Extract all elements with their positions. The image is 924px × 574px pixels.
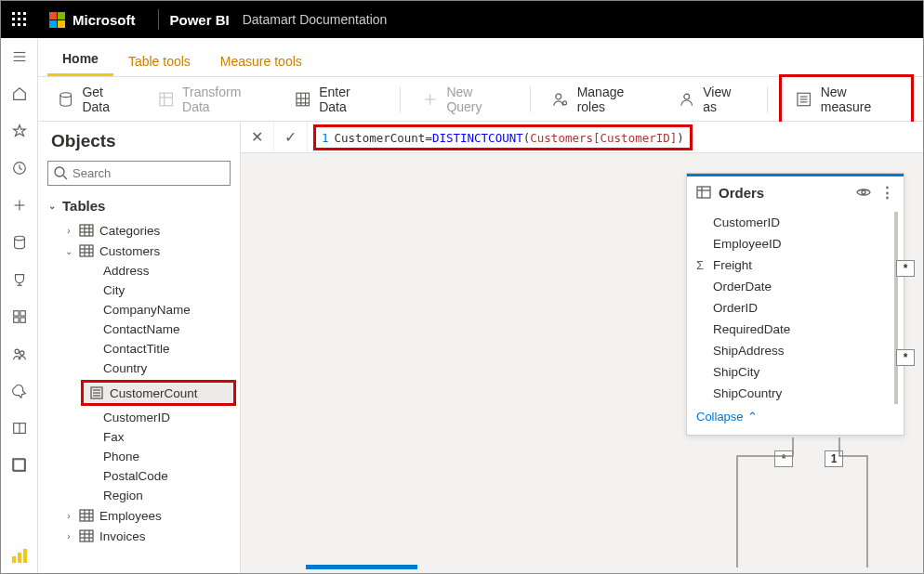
orders-table-card[interactable]: Orders ⋮ CustomerID EmployeeID Freight O… [686,173,904,436]
orders-card-header[interactable]: Orders ⋮ [687,174,904,208]
svg-rect-5 [23,18,26,20]
table-customers[interactable]: ⌄Customers [47,241,240,261]
enter-data-button[interactable]: Enter Data [284,79,389,120]
chevron-down-icon: ⌄ [64,246,73,256]
field-orderid[interactable]: OrderID [687,297,892,319]
nav-powerbi-icon[interactable] [1,537,38,574]
tab-home[interactable]: Home [47,42,113,76]
svg-rect-27 [12,459,24,471]
table-categories[interactable]: ›Categories [47,220,240,241]
measure-customercount[interactable]: CustomerCount [84,383,233,403]
svg-rect-20 [13,318,18,322]
nav-home-icon[interactable] [1,75,38,112]
relationship-handle-star-3[interactable]: * [774,450,793,467]
nav-goals-icon[interactable] [1,261,38,298]
col-fax[interactable]: Fax [47,427,240,447]
get-data-label: Get Data [82,85,132,114]
tab-measure-tools[interactable]: Measure tools [205,45,317,76]
nav-apps-icon[interactable] [1,298,38,335]
col-city[interactable]: City [47,280,240,300]
new-measure-button[interactable]: New measure [785,79,907,120]
table-employees[interactable]: ›Employees [47,505,240,526]
nav-deployment-icon[interactable] [1,372,38,410]
svg-rect-4 [18,18,20,20]
product-label: Power BI [170,12,230,28]
formula-cancel-icon[interactable]: ✕ [241,122,274,152]
svg-point-28 [60,92,72,97]
canvas-scrollbar[interactable] [306,565,417,569]
nav-datasets-icon[interactable] [1,224,38,261]
nav-workspaces-icon[interactable] [1,447,38,484]
view-as-button[interactable]: View as [668,79,757,120]
field-employeeid[interactable]: EmployeeID [687,233,892,254]
transform-icon [157,90,175,109]
visibility-icon[interactable] [856,185,871,200]
relationship-handle-star-1[interactable]: * [896,260,915,277]
view-as-label: View as [703,85,746,114]
formula-function: DISTINCTCOUNT [432,131,523,145]
nav-learn-icon[interactable] [1,410,38,447]
chevron-right-icon: › [64,511,73,521]
ribbon: Get Data Transform Data Enter Data New Q… [38,77,923,122]
svg-rect-6 [12,23,15,26]
svg-rect-8 [23,23,26,26]
svg-rect-53 [80,245,93,256]
relationship-handle-one[interactable]: 1 [825,450,843,467]
orders-collapse-button[interactable]: Collapse⌃ [687,404,904,429]
table-invoices[interactable]: ›Invoices [47,526,240,546]
transform-data-label: Transform Data [182,85,270,114]
formula-bar: ✕ ✓ 1 CustomerCount = DISTINCTCOUNT(Cust… [241,122,923,153]
nav-favorites-icon[interactable] [1,112,38,150]
title-bar: Microsoft Power BI Datamart Documentatio… [1,1,923,38]
field-customerid[interactable]: CustomerID [687,212,892,233]
svg-rect-0 [12,12,15,15]
col-address[interactable]: Address [47,261,240,280]
col-customerid[interactable]: CustomerID [47,408,240,427]
col-region[interactable]: Region [47,486,240,505]
field-shipcountry[interactable]: ShipCountry [687,383,892,404]
col-country[interactable]: Country [47,359,240,378]
app-launcher-icon[interactable] [1,1,38,38]
field-orderdate[interactable]: OrderDate [687,276,892,297]
svg-point-23 [20,351,24,356]
table-icon [79,508,94,523]
formula-column-ref: Customers[CustomerID] [530,131,677,145]
field-requireddate[interactable]: RequiredDate [687,319,892,340]
col-contacttitle[interactable]: ContactTitle [47,339,240,359]
svg-rect-3 [12,18,15,20]
col-contactname[interactable]: ContactName [47,320,240,339]
tab-table-tools[interactable]: Table tools [113,45,205,76]
svg-rect-7 [18,23,20,26]
more-icon[interactable]: ⋮ [880,184,894,201]
svg-point-15 [14,236,24,241]
svg-rect-62 [80,510,93,521]
manage-roles-button[interactable]: Manage roles [542,79,663,120]
svg-point-75 [862,190,865,194]
person-icon [678,90,695,109]
formula-highlight[interactable]: 1 CustomerCount = DISTINCTCOUNT(Customer… [313,124,693,150]
nav-shared-icon[interactable] [1,335,38,372]
svg-rect-1 [18,12,20,15]
svg-line-47 [63,176,67,179]
field-shipaddress[interactable]: ShipAddress [687,340,892,361]
svg-rect-18 [13,311,18,316]
col-companyname[interactable]: CompanyName [47,300,240,320]
objects-search-input[interactable] [47,161,231,186]
field-freight[interactable]: Freight [687,254,892,276]
brand-label: Microsoft [73,12,136,28]
nav-create-icon[interactable] [1,187,38,224]
col-postalcode[interactable]: PostalCode [47,466,240,486]
svg-rect-21 [20,318,24,322]
formula-commit-icon[interactable]: ✓ [274,122,308,152]
col-phone[interactable]: Phone [47,447,240,466]
nav-recent-icon[interactable] [1,150,38,187]
relationship-handle-star-2[interactable]: * [896,349,915,366]
model-canvas[interactable]: ✕ ✓ 1 CustomerCount = DISTINCTCOUNT(Cust… [241,122,923,573]
field-shipcity[interactable]: ShipCity [687,361,892,383]
tables-section[interactable]: ⌄Tables [47,195,240,216]
objects-search[interactable] [47,161,231,186]
ribbon-divider [530,86,531,112]
nav-menu-icon[interactable] [1,38,38,75]
get-data-button[interactable]: Get Data [47,79,142,120]
formula-measure-name: CustomerCount [335,131,426,145]
